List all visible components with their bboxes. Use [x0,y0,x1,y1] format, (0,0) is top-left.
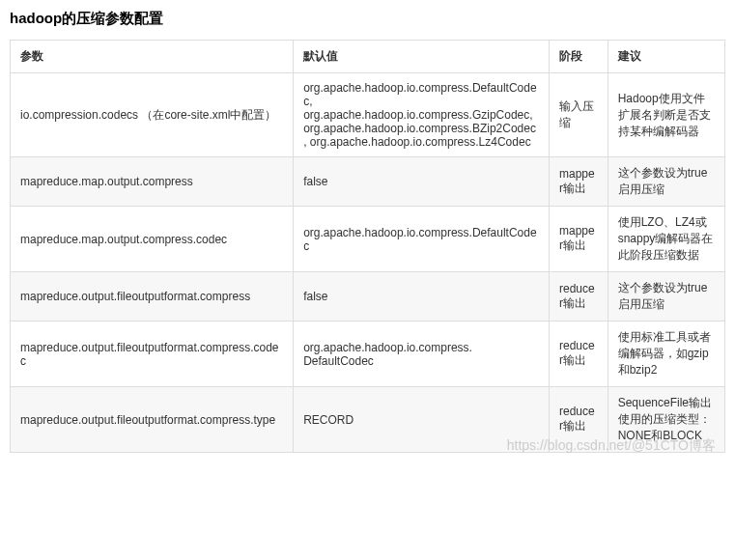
page-title: hadoop的压缩参数配置 [10,10,725,28]
cell-default: RECORD [294,387,550,453]
cell-default: false [294,272,550,322]
cell-param: mapreduce.output.fileoutputformat.compre… [11,322,294,387]
table-row: mapreduce.output.fileoutputformat.compre… [11,272,725,322]
cell-stage: reducer输出 [550,272,608,322]
table-row: io.compression.codecs （在core-site.xml中配置… [11,73,725,157]
cell-stage: mapper输出 [550,207,608,272]
table-row: mapreduce.map.output.compress.codec org.… [11,207,725,272]
header-suggest: 建议 [608,41,724,73]
params-table: 参数 默认值 阶段 建议 io.compression.codecs （在cor… [10,40,725,453]
table-header-row: 参数 默认值 阶段 建议 [11,41,725,73]
cell-suggest: SequenceFile输出使用的压缩类型：NONE和BLOCK [608,387,724,453]
cell-default: org.apache.hadoop.io.compress. DefaultCo… [294,322,550,387]
cell-stage: reducer输出 [550,387,608,453]
cell-stage: reducer输出 [550,322,608,387]
cell-suggest: Hadoop使用文件扩展名判断是否支持某种编解码器 [608,73,724,157]
table-row: mapreduce.output.fileoutputformat.compre… [11,387,725,453]
table-row: mapreduce.output.fileoutputformat.compre… [11,322,725,387]
cell-param: mapreduce.map.output.compress [11,157,294,207]
cell-param: io.compression.codecs （在core-site.xml中配置… [11,73,294,157]
cell-stage: 输入压缩 [550,73,608,157]
cell-param: mapreduce.map.output.compress.codec [11,207,294,272]
cell-default: org.apache.hadoop.io.compress.DefaultCod… [294,73,550,157]
header-stage: 阶段 [550,41,608,73]
cell-suggest: 这个参数设为true启用压缩 [608,272,724,322]
header-default: 默认值 [294,41,550,73]
cell-suggest: 使用标准工具或者编解码器，如gzip和bzip2 [608,322,724,387]
cell-param: mapreduce.output.fileoutputformat.compre… [11,272,294,322]
cell-stage: mapper输出 [550,157,608,207]
cell-suggest: 使用LZO、LZ4或snappy编解码器在此阶段压缩数据 [608,207,724,272]
cell-default: false [294,157,550,207]
cell-param: mapreduce.output.fileoutputformat.compre… [11,387,294,453]
cell-default: org.apache.hadoop.io.compress.DefaultCod… [294,207,550,272]
cell-suggest: 这个参数设为true启用压缩 [608,157,724,207]
table-row: mapreduce.map.output.compress false mapp… [11,157,725,207]
header-param: 参数 [11,41,294,73]
